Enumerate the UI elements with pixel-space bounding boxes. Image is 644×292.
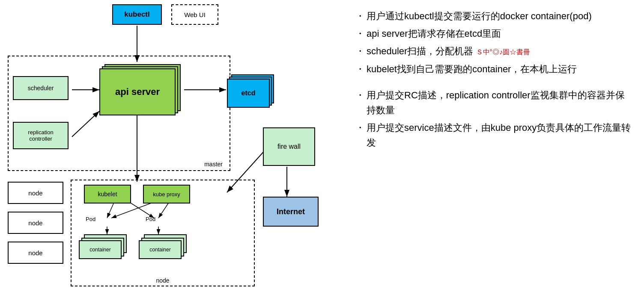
bullet-list-2: 用户提交RC描述，replication controller监视集群中的容器并…	[355, 88, 631, 150]
node-box-2: node	[8, 212, 63, 234]
scheduler-box: scheduler	[13, 76, 69, 100]
firewall-box: fire wall	[263, 127, 315, 166]
node-box-3: node	[8, 242, 63, 264]
bullet-4: kubelet找到自己需要跑的container，在本机上运行	[355, 62, 631, 77]
etcd-front: etcd	[227, 79, 270, 108]
bullet-list: 用户通过kubectl提交需要运行的docker container(pod) …	[355, 9, 631, 77]
node-box-1: node	[8, 182, 63, 204]
gap	[355, 79, 631, 88]
sougou-icons: Ｓ中°◎♪圆☆書冊	[476, 48, 530, 56]
diagram-area: kubectl Web UI master scheduler replicat…	[0, 0, 343, 292]
bullet-1: 用户通过kubectl提交需要运行的docker container(pod)	[355, 9, 631, 24]
pod1-label: Pod	[86, 216, 95, 222]
master-label: master	[204, 161, 223, 168]
replication-box: replicationcontroller	[13, 122, 69, 149]
container1-front: container	[79, 240, 122, 259]
internet-box: Internet	[263, 197, 319, 227]
apiserver-front: api server	[99, 68, 176, 115]
pod2-label: Pod	[146, 216, 155, 222]
bullet-6: 用户提交service描述文件，由kube proxy负责具体的工作流量转发	[355, 120, 631, 150]
bullet-5: 用户提交RC描述，replication controller监视集群中的容器并…	[355, 88, 631, 118]
bullet-2: api server把请求存储在etcd里面	[355, 26, 631, 41]
kubeproxy-box: kube proxy	[143, 185, 190, 204]
kubectl-box: kubectl	[112, 4, 162, 25]
container2-front: container	[139, 240, 182, 259]
bullet-3: scheduler扫描，分配机器 Ｓ中°◎♪圆☆書冊	[355, 44, 631, 59]
node-bottom-label: node	[156, 277, 169, 284]
webui-box: Web UI	[171, 4, 218, 25]
text-area: 用户通过kubectl提交需要运行的docker container(pod) …	[343, 0, 644, 292]
kubelet-box: kubelet	[84, 185, 131, 204]
